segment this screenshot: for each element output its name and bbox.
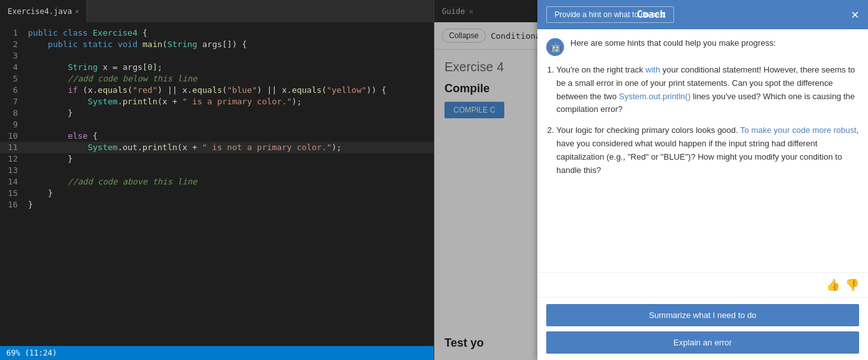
- code-line: 2 public static void main(String args[])…: [0, 39, 434, 50]
- code-line: 15 }: [0, 188, 434, 199]
- line-content: else {: [25, 130, 434, 142]
- line-content: }: [25, 153, 434, 165]
- coach-intro-text: Here are some hints that could help you …: [570, 38, 776, 48]
- line-number: 6: [0, 85, 25, 96]
- hint-2-text: Your logic for checking primary colors l…: [556, 125, 858, 174]
- code-line: 14 //add code above this line: [0, 176, 434, 188]
- editor-tab-label: Exercise4.java: [8, 7, 72, 16]
- code-line: 12 }: [0, 153, 434, 165]
- line-content: System.out.println(x + " is not a primar…: [25, 142, 434, 153]
- line-number: 1: [0, 27, 25, 39]
- line-number: 12: [0, 153, 25, 165]
- status-bar: 69% (11:24): [0, 346, 434, 360]
- coach-intro: 🤖 Here are some hints that could help yo…: [546, 38, 859, 56]
- line-number: 8: [0, 107, 25, 119]
- line-number: 9: [0, 119, 25, 130]
- code-line: 9: [0, 119, 434, 130]
- line-content: //add code below this line: [25, 73, 434, 85]
- code-line: 16}: [0, 199, 434, 211]
- summarize-button[interactable]: Summarize what I need to do: [546, 304, 859, 326]
- line-number: 10: [0, 130, 25, 142]
- explain-error-button[interactable]: Explain an error: [546, 331, 859, 354]
- hint-item-1: You're on the right track with your cond…: [556, 64, 859, 116]
- code-line: 4 String x = args[0];: [0, 62, 434, 73]
- code-line: 3: [0, 50, 434, 62]
- coach-close-button[interactable]: ✕: [851, 9, 859, 21]
- editor-tab-close[interactable]: ✕: [75, 8, 79, 15]
- code-line: 8 }: [0, 107, 434, 119]
- guide-panel: Guide ✕ Collapse Conditionals -> Coding …: [434, 0, 868, 360]
- line-number: 13: [0, 165, 25, 176]
- code-line: 6 if (x.equals("red") || x.equals("blue"…: [0, 85, 434, 96]
- line-content: [25, 165, 434, 176]
- line-content: //add code above this line: [25, 176, 434, 188]
- code-line: 1public class Exercise4 {: [0, 27, 434, 39]
- line-content: if (x.equals("red") || x.equals("blue") …: [25, 85, 434, 96]
- thumbs-down-button[interactable]: 👎: [845, 278, 859, 292]
- code-line: 7 System.println(x + " is a primary colo…: [0, 96, 434, 107]
- status-text: 69% (11:24): [6, 349, 57, 357]
- thumbs-up-button[interactable]: 👍: [826, 278, 840, 292]
- line-content: }: [25, 107, 434, 119]
- line-number: 3: [0, 50, 25, 62]
- coach-actions: Summarize what I need to do Explain an e…: [537, 297, 868, 360]
- line-number: 15: [0, 188, 25, 199]
- coach-body: 🤖 Here are some hints that could help yo…: [537, 29, 868, 272]
- hint-item-2: Your logic for checking primary colors l…: [556, 124, 859, 177]
- line-content: public static void main(String args[]) {: [25, 39, 434, 50]
- editor-panel: Exercise4.java ✕ 1public class Exercise4…: [0, 0, 434, 360]
- line-content: String x = args[0];: [25, 62, 434, 73]
- code-area[interactable]: 1public class Exercise4 {2 public static…: [0, 22, 434, 346]
- coach-overlay: Provide a hint on what to do next Coach …: [434, 0, 868, 360]
- code-line: 11 System.out.println(x + " is not a pri…: [0, 142, 434, 153]
- editor-tab[interactable]: Exercise4.java ✕: [0, 0, 87, 22]
- code-line: 5 //add code below this line: [0, 73, 434, 85]
- coach-modal: Provide a hint on what to do next Coach …: [537, 0, 868, 360]
- line-number: 5: [0, 73, 25, 85]
- editor-tabs: Exercise4.java ✕: [0, 0, 434, 22]
- line-content: }: [25, 199, 434, 211]
- line-content: [25, 119, 434, 130]
- line-content: public class Exercise4 {: [25, 27, 434, 39]
- line-content: [25, 50, 434, 62]
- line-number: 16: [0, 199, 25, 211]
- coach-title: Coach: [637, 9, 665, 20]
- line-number: 14: [0, 176, 25, 188]
- code-line: 10 else {: [0, 130, 434, 142]
- coach-header: Provide a hint on what to do next Coach …: [537, 0, 868, 29]
- coach-feedback: 👍 👎: [537, 272, 868, 297]
- hint-1-text: You're on the right track with your cond…: [556, 65, 855, 114]
- code-line: 13: [0, 165, 434, 176]
- coach-hints: You're on the right track with your cond…: [546, 64, 859, 177]
- line-number: 7: [0, 96, 25, 107]
- line-number: 2: [0, 39, 25, 50]
- line-number: 11: [0, 142, 25, 153]
- line-number: 4: [0, 62, 25, 73]
- line-content: }: [25, 188, 434, 199]
- coach-avatar-icon: 🤖: [546, 38, 564, 56]
- line-content: System.println(x + " is a primary color.…: [25, 96, 434, 107]
